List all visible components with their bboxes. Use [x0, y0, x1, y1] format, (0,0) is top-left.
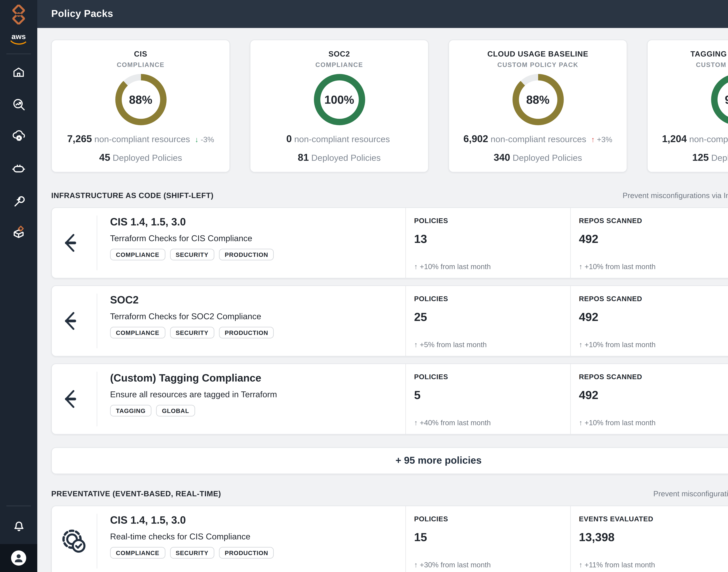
summary-card-cis[interactable]: CIS COMPLIANCE 88% 7,265 non-compliant r… — [51, 40, 230, 172]
page-title: Policy Packs — [51, 8, 113, 20]
card-subtitle: CUSTOM POLICY PACK — [456, 61, 620, 68]
compliance-donut: 95% — [711, 74, 728, 125]
tag-badge: PRODUCTION — [219, 547, 274, 559]
tag-badge: COMPLIANCE — [110, 249, 165, 260]
policy-pack-title: CIS 1.4, 1.5, 3.0 — [110, 216, 399, 228]
donut-percent: 100% — [324, 93, 354, 106]
sidebar-item-remediation-tools[interactable] — [11, 193, 26, 208]
section-header-preventative: PREVENTATIVE (EVENT-BASED, REAL-TIME) Pr… — [51, 489, 728, 498]
stat-column-repos-scanned: REPOS SCANNED 492 ↑ +10% from last month — [570, 286, 728, 356]
policy-pack-info: (Custom) Tagging Compliance Ensure all r… — [97, 364, 405, 434]
tag-list: COMPLIANCE SECURITY PRODUCTION — [110, 547, 399, 559]
sidebar-item-containers[interactable] — [11, 161, 26, 176]
compliance-summary-row: CIS COMPLIANCE 88% 7,265 non-compliant r… — [51, 40, 728, 172]
trend-arrow-icon: ↓ — [195, 135, 199, 144]
stat-column-policies: POLICIES 5 ↑ +40% from last month — [405, 364, 570, 434]
card-title: SOC2 — [258, 50, 421, 58]
wrench-icon — [11, 193, 26, 208]
sidebar-bottom — [0, 506, 37, 572]
section-label: INFRASTRUCTURE AS CODE (SHIFT-LEFT) — [51, 191, 214, 200]
sidebar-item-inventory-insights[interactable] — [11, 97, 26, 112]
policy-packs-box-icon — [11, 225, 26, 240]
aws-label: aws — [11, 33, 26, 40]
sidebar-item-policy-packs[interactable] — [11, 225, 26, 240]
stat-column-policies: POLICIES 25 ↑ +5% from last month — [405, 286, 570, 356]
tag-list: COMPLIANCE SECURITY PRODUCTION — [110, 327, 399, 339]
user-menu[interactable] — [0, 544, 37, 572]
policy-pack-info: SOC2 Terraform Checks for SOC2 Complianc… — [97, 286, 405, 356]
shift-left-arrow-icon — [52, 294, 97, 348]
shift-left-arrow-icon — [52, 216, 97, 270]
policy-pack-row-cis-realtime[interactable]: CIS 1.4, 1.5, 3.0 Real-time checks for C… — [51, 506, 728, 572]
card-subtitle: CUSTOM POLICY PACK — [655, 61, 728, 68]
tag-badge: SECURITY — [170, 547, 214, 559]
firefly-logo-icon[interactable] — [8, 4, 29, 25]
tag-badge: COMPLIANCE — [110, 547, 165, 559]
tag-badge: GLOBAL — [156, 405, 195, 417]
search-trend-icon — [11, 97, 26, 112]
donut-percent: 88% — [129, 93, 152, 106]
sidebar-item-cloud-settings[interactable] — [11, 129, 26, 144]
compliance-donut: 100% — [314, 74, 365, 125]
donut-percent: 95% — [725, 93, 728, 106]
summary-card-cloud-usage-baseline[interactable]: CLOUD USAGE BASELINE CUSTOM POLICY PACK … — [448, 40, 627, 172]
policy-pack-title: SOC2 — [110, 294, 399, 306]
policy-pack-subtitle: Terraform Checks for CIS Compliance — [110, 233, 399, 243]
shift-left-arrow-icon — [52, 372, 97, 426]
card-subtitle: COMPLIANCE — [258, 61, 421, 68]
compliance-donut: 88% — [115, 74, 166, 125]
section-header-iac: INFRASTRUCTURE AS CODE (SHIFT-LEFT) Prev… — [51, 191, 728, 200]
stat-column-policies: POLICIES 15 ↑ +30% from last month — [405, 506, 570, 572]
tag-list: COMPLIANCE SECURITY PRODUCTION — [110, 249, 399, 260]
policy-pack-row-cis-iac[interactable]: CIS 1.4, 1.5, 3.0 Terraform Checks for C… — [51, 207, 728, 278]
section-hint: Prevent misconfigurations on resources i… — [653, 489, 728, 498]
aws-smile-icon — [10, 40, 27, 46]
non-compliant-line: 6,902 non-compliant resources ↑ +3% — [456, 133, 620, 145]
deployed-policies-line: 81 Deployed Policies — [258, 152, 421, 164]
stat-column-repos-scanned: REPOS SCANNED 492 ↑ +10% from last month — [570, 364, 728, 434]
compliance-donut: 88% — [512, 74, 564, 125]
tag-badge: PRODUCTION — [219, 327, 274, 339]
sidebar-bottom-divider — [6, 506, 31, 506]
tag-badge: PRODUCTION — [219, 249, 274, 260]
non-compliant-line: 1,204 non-compliant resources ↑ +3% — [655, 133, 728, 145]
trend-indicator: ↓ -3% — [195, 135, 214, 144]
stat-column-repos-scanned: REPOS SCANNED 492 ↑ +10% from last month — [570, 208, 728, 278]
policy-pack-row-custom-tagging[interactable]: (Custom) Tagging Compliance Ensure all r… — [51, 363, 728, 435]
aws-account-badge[interactable]: aws — [10, 33, 27, 46]
tag-badge: SECURITY — [170, 327, 214, 339]
policy-pack-subtitle: Terraform Checks for SOC2 Compliance — [110, 312, 399, 321]
non-compliant-line: 0 non-compliant resources — [258, 133, 421, 145]
sidebar: aws — [0, 0, 37, 572]
stat-column-policies: POLICIES 13 ↑ +10% from last month — [405, 208, 570, 278]
card-title: CLOUD USAGE BASELINE — [456, 50, 620, 58]
policy-pack-title: CIS 1.4, 1.5, 3.0 — [110, 514, 399, 526]
tag-badge: SECURITY — [170, 249, 214, 260]
main-content: CIS COMPLIANCE 88% 7,265 non-compliant r… — [37, 28, 728, 572]
policy-pack-subtitle: Real-time checks for CIS Compliance — [110, 532, 399, 541]
sidebar-item-home[interactable] — [11, 65, 26, 80]
deployed-policies-line: 125 Deployed Policies — [655, 152, 728, 164]
section-hint: Prevent misconfigurations via Infrastruc… — [623, 191, 728, 200]
donut-percent: 88% — [526, 93, 550, 106]
bell-icon — [11, 518, 26, 533]
tag-badge: COMPLIANCE — [110, 327, 165, 339]
top-bar: Policy Packs ? — [37, 0, 728, 28]
non-compliant-line: 7,265 non-compliant resources ↓ -3% — [59, 133, 222, 145]
user-avatar — [10, 550, 27, 566]
summary-card-tagging-compliance[interactable]: TAGGING COMPLIANCE CUSTOM POLICY PACK 95… — [647, 40, 728, 172]
policy-pack-row-soc2-iac[interactable]: SOC2 Terraform Checks for SOC2 Complianc… — [51, 285, 728, 356]
stat-column-events-evaluated: EVENTS EVALUATED 13,398 ↑ +11% from last… — [570, 506, 728, 572]
trend-indicator: ↑ +3% — [591, 135, 612, 144]
home-icon — [12, 65, 26, 79]
cloud-gear-icon — [11, 129, 26, 144]
tag-list: TAGGING GLOBAL — [110, 405, 399, 417]
notifications-button[interactable] — [11, 518, 26, 533]
trend-arrow-icon: ↑ — [591, 135, 595, 144]
more-policies-button[interactable]: + 95 more policies — [51, 447, 728, 474]
container-icon — [11, 161, 26, 176]
gear-check-icon — [52, 514, 97, 569]
policy-pack-info: CIS 1.4, 1.5, 3.0 Real-time checks for C… — [97, 506, 405, 572]
tag-badge: TAGGING — [110, 405, 151, 417]
summary-card-soc2[interactable]: SOC2 COMPLIANCE 100% 0 non-compliant res… — [250, 40, 429, 172]
